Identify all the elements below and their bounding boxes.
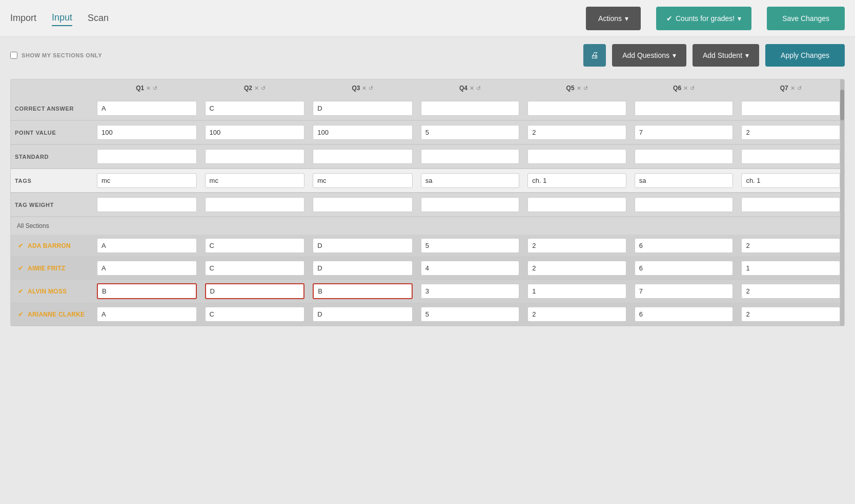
tags-q6-input[interactable] (635, 173, 734, 188)
arianne-clarke-q1[interactable] (97, 307, 197, 322)
aimie-fritz-q3[interactable] (313, 261, 413, 276)
q5-reset-icon[interactable]: ↺ (583, 85, 588, 92)
ada-barron-q4[interactable] (421, 238, 520, 253)
standard-q5-input[interactable] (527, 149, 626, 164)
show-sections-checkbox[interactable] (10, 52, 17, 59)
alvin-moss-q6[interactable] (635, 284, 734, 299)
aimie-fritz-q7[interactable] (741, 261, 840, 276)
q2-reset-icon[interactable]: ↺ (261, 85, 266, 92)
q5-delete-icon[interactable]: ✕ (577, 85, 581, 92)
tag-weight-q7-input[interactable] (741, 197, 840, 212)
alvin-moss-q4[interactable] (421, 284, 520, 299)
arianne-clarke-q5[interactable] (527, 307, 626, 322)
row-label-header (11, 79, 93, 97)
tags-q3-input[interactable] (313, 173, 413, 188)
correct-answer-q4-input[interactable] (421, 101, 520, 116)
point-value-q1-input[interactable] (97, 125, 197, 140)
tag-weight-q3-input[interactable] (313, 197, 413, 212)
arianne-clarke-q3[interactable] (313, 307, 413, 322)
tags-q4-input[interactable] (421, 173, 520, 188)
aimie-fritz-q5[interactable] (527, 261, 626, 276)
correct-answer-q6-input[interactable] (635, 101, 734, 116)
q4-reset-icon[interactable]: ↺ (476, 85, 481, 92)
point-value-q4-input[interactable] (421, 125, 520, 140)
q1-reset-icon[interactable]: ↺ (153, 85, 157, 92)
tag-weight-q6-input[interactable] (635, 197, 734, 212)
tag-weight-q5-input[interactable] (527, 197, 626, 212)
chevron-down-icon: ▾ (673, 51, 676, 59)
ada-barron-q5[interactable] (527, 238, 626, 253)
alvin-moss-q5[interactable] (527, 284, 626, 299)
point-value-q2-input[interactable] (205, 125, 305, 140)
tag-weight-q4-input[interactable] (421, 197, 520, 212)
correct-answer-q3-input[interactable] (313, 101, 413, 116)
standard-q1-input[interactable] (97, 149, 197, 164)
save-changes-button[interactable]: Save Changes (767, 7, 845, 30)
print-button[interactable]: 🖨 (583, 44, 606, 67)
table-container[interactable]: Q1 ✕ ↺ Q2 ✕ ↺ (11, 79, 844, 326)
point-value-q6-input[interactable] (635, 125, 734, 140)
aimie-fritz-q6[interactable] (635, 261, 734, 276)
ada-barron-q3[interactable] (313, 238, 413, 253)
standard-q7-input[interactable] (741, 149, 840, 164)
arianne-clarke-q4[interactable] (421, 307, 520, 322)
arianne-clarke-q2[interactable] (205, 307, 305, 322)
aimie-fritz-q1[interactable] (97, 261, 197, 276)
standard-q2-input[interactable] (205, 149, 305, 164)
q3-reset-icon[interactable]: ↺ (369, 85, 373, 92)
correct-answer-q5-input[interactable] (527, 101, 626, 116)
q4-delete-icon[interactable]: ✕ (470, 85, 474, 92)
ada-barron-q6[interactable] (635, 238, 734, 253)
alvin-moss-q3[interactable] (313, 283, 413, 299)
q2-delete-icon[interactable]: ✕ (254, 85, 259, 92)
nav-input[interactable]: Input (52, 10, 72, 26)
nav-scan[interactable]: Scan (88, 11, 109, 26)
scrollbar[interactable] (840, 79, 844, 326)
student-link-ada-barron[interactable]: ADA BARRON (28, 242, 71, 249)
checkmark-icon: ✔ (18, 264, 24, 272)
tags-q7-input[interactable] (741, 173, 840, 188)
arianne-clarke-q6[interactable] (635, 307, 734, 322)
scrollbar-thumb[interactable] (840, 90, 844, 120)
ada-barron-q2[interactable] (205, 238, 305, 253)
alvin-moss-q2[interactable] (205, 283, 305, 299)
tags-q5-input[interactable] (527, 173, 626, 188)
q3-delete-icon[interactable]: ✕ (362, 85, 367, 92)
tags-q1-input[interactable] (97, 173, 197, 188)
ada-barron-q1[interactable] (97, 238, 197, 253)
q1-delete-icon[interactable]: ✕ (146, 85, 151, 92)
point-value-q3-input[interactable] (313, 125, 413, 140)
correct-answer-q7-input[interactable] (741, 101, 840, 116)
point-value-q7-input[interactable] (741, 125, 840, 140)
tag-weight-q2-input[interactable] (205, 197, 305, 212)
student-link-alvin-moss[interactable]: ALVIN MOSS (28, 288, 67, 295)
ada-barron-q7[interactable] (741, 238, 840, 253)
show-sections-label[interactable]: SHOW MY SECTIONS ONLY (10, 52, 102, 59)
q6-delete-icon[interactable]: ✕ (683, 85, 688, 92)
apply-changes-button[interactable]: Apply Changes (765, 44, 845, 67)
tags-q2-input[interactable] (205, 173, 305, 188)
alvin-moss-q1[interactable] (97, 283, 197, 299)
correct-answer-q2-input[interactable] (205, 101, 305, 116)
alvin-moss-q7[interactable] (741, 284, 840, 299)
student-link-aimie-fritz[interactable]: AIMIE FRITZ (28, 265, 65, 272)
aimie-fritz-q2[interactable] (205, 261, 305, 276)
aimie-fritz-q4[interactable] (421, 261, 520, 276)
standard-q4-input[interactable] (421, 149, 520, 164)
tag-weight-q1-input[interactable] (97, 197, 197, 212)
standard-q3-input[interactable] (313, 149, 413, 164)
q6-reset-icon[interactable]: ↺ (690, 85, 695, 92)
arianne-clarke-q7[interactable] (741, 307, 840, 322)
counts-for-grades-button[interactable]: ✔ Counts for grades! ▾ (656, 7, 751, 30)
student-link-arianne-clarke[interactable]: ARIANNE CLARKE (28, 311, 85, 318)
add-student-button[interactable]: Add Student ▾ (693, 44, 759, 67)
correct-answer-q6 (630, 97, 738, 120)
point-value-q5-input[interactable] (527, 125, 626, 140)
correct-answer-q1-input[interactable] (97, 101, 197, 116)
actions-button[interactable]: Actions ▾ (586, 7, 641, 30)
q7-delete-icon[interactable]: ✕ (790, 85, 795, 92)
nav-import[interactable]: Import (10, 11, 36, 26)
standard-q6-input[interactable] (635, 149, 734, 164)
q7-reset-icon[interactable]: ↺ (797, 85, 802, 92)
add-questions-button[interactable]: Add Questions ▾ (612, 44, 686, 67)
